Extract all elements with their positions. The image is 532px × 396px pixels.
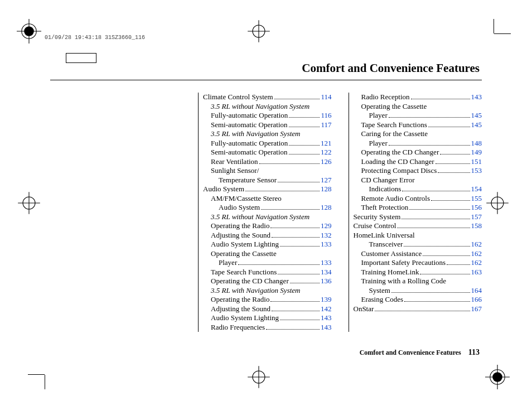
toc-page-link[interactable]: 134 [321,268,332,277]
toc-label: Player [369,111,388,120]
toc-page-link[interactable]: 158 [471,221,482,231]
toc-entry[interactable]: Audio System Lighting133 [203,240,332,249]
toc-entry[interactable]: Loading the CD Changer151 [354,157,482,167]
toc-page-link[interactable]: 128 [321,203,332,213]
toc-entry[interactable]: Operating the Radio129 [203,221,332,231]
toc-page-link[interactable]: 117 [321,120,331,130]
toc-page-link[interactable]: 145 [471,120,482,130]
leader-dots [272,237,320,238]
toc-entry: 3.5 RL with Navigation System [203,286,332,296]
toc-entry[interactable]: Cruise Control158 [354,221,482,231]
toc-page-link[interactable]: 151 [471,157,482,167]
toc-page-link[interactable]: 126 [321,157,332,167]
toc-page-link[interactable]: 162 [471,240,482,249]
toc-entry[interactable]: Training HomeLink163 [354,268,482,277]
toc-label: 3.5 RL with Navigation System [211,286,300,296]
toc-entry[interactable]: Important Safety Precautions162 [354,258,482,268]
toc-page-link[interactable]: 166 [471,295,482,305]
toc-page-link[interactable]: 162 [471,258,482,268]
toc-entry[interactable]: Fully-automatic Operation116 [203,111,332,120]
toc-entry[interactable]: OnStar167 [354,305,482,314]
toc-label: Sunlight Sensor/ [211,166,259,176]
leader-dots [436,163,470,164]
toc-page-link[interactable]: 163 [471,268,482,277]
toc-page-link[interactable]: 133 [321,258,332,268]
toc-entry[interactable]: Remote Audio Controls155 [354,194,482,204]
toc-entry: Caring for the Cassette [354,129,482,139]
leader-dots [423,255,470,256]
toc-page-link[interactable]: 132 [321,231,332,240]
toc-page-link[interactable]: 164 [471,286,482,296]
toc-entry[interactable]: Player148 [354,139,482,148]
toc-page-link[interactable]: 122 [321,148,332,157]
toc-label: Audio System [203,185,244,194]
toc-label: Operating the Cassette [211,249,277,259]
toc-entry[interactable]: Theft Protection156 [354,203,482,213]
toc-page-link[interactable]: 139 [321,295,332,305]
toc-entry[interactable]: Audio System128 [203,203,332,213]
toc-page-link[interactable]: 128 [321,185,332,194]
toc-page-link[interactable]: 114 [321,93,331,102]
toc-page-link[interactable]: 154 [471,185,482,194]
toc-entry[interactable]: Protecting Compact Discs153 [354,166,482,176]
toc-entry[interactable]: Fully-automatic Operation121 [203,139,332,148]
toc-page-link[interactable]: 116 [321,111,331,120]
leader-dots [278,182,320,182]
toc-entry[interactable]: Security System157 [354,213,482,222]
toc-page-link[interactable]: 149 [471,148,482,157]
toc-label: Radio Frequencies [211,323,265,332]
toc-entry[interactable]: Operating the CD Changer149 [354,148,482,157]
toc-page-link[interactable]: 143 [321,313,332,323]
leader-dots [278,274,320,274]
leader-dots [289,145,320,146]
toc-page-link[interactable]: 121 [321,139,332,148]
toc-entry[interactable]: Erasing Codes166 [354,295,482,305]
toc-page-link[interactable]: 155 [471,194,482,204]
toc-entry[interactable]: Tape Search Functions134 [203,268,332,277]
toc-entry[interactable]: Rear Ventilation126 [203,157,332,167]
toc-page-link[interactable]: 142 [321,305,332,314]
svg-point-17 [492,372,502,382]
toc-entry[interactable]: Tape Search Functions145 [354,120,482,130]
toc-page-link[interactable]: 157 [471,213,482,222]
toc-columns: Climate Control System1143.5 RL without … [198,93,482,332]
toc-page-link[interactable]: 129 [321,221,332,231]
toc-page-link[interactable]: 153 [471,166,482,176]
toc-page-link[interactable]: 162 [471,249,482,259]
toc-entry[interactable]: Transceiver162 [354,240,482,249]
toc-entry[interactable]: Adjusting the Sound142 [203,305,332,314]
toc-entry[interactable]: Audio System128 [203,185,332,194]
toc-entry[interactable]: Radio Reception143 [354,93,482,102]
toc-entry[interactable]: System164 [354,286,482,296]
toc-label: 3.5 RL with Navigation System [211,129,300,139]
toc-page-link[interactable]: 133 [321,240,332,249]
toc-label: Semi-automatic Operation [211,120,288,130]
toc-entry[interactable]: Climate Control System114 [203,93,332,102]
toc-entry[interactable]: Player133 [203,258,332,268]
toc-page-link[interactable]: 148 [471,139,482,148]
leader-dots [261,209,320,210]
toc-entry[interactable]: Player145 [354,111,482,120]
toc-entry[interactable]: Audio System Lighting143 [203,313,332,323]
toc-page-link[interactable]: 127 [321,176,332,185]
toc-label: Important Safety Precautions [361,258,446,268]
toc-entry[interactable]: Operating the CD Changer136 [203,277,332,286]
toc-entry[interactable]: Operating the Radio139 [203,295,332,305]
toc-entry[interactable]: Customer Assistance162 [354,249,482,259]
toc-label: Operating the CD Changer [361,148,439,157]
toc-entry[interactable]: Indications154 [354,185,482,194]
toc-entry[interactable]: Semi-automatic Operation117 [203,120,332,130]
leader-dots [404,301,470,302]
toc-entry[interactable]: Semi-automatic Operation122 [203,148,332,157]
toc-entry: HomeLink Universal [354,231,482,240]
toc-page-link[interactable]: 143 [321,323,332,332]
toc-page-link[interactable]: 156 [471,203,482,213]
toc-page-link[interactable]: 136 [321,277,332,286]
toc-entry[interactable]: Radio Frequencies143 [203,323,332,332]
toc-entry[interactable]: Temperature Sensor127 [203,176,332,185]
svg-point-7 [23,197,35,209]
toc-page-link[interactable]: 145 [471,111,482,120]
toc-page-link[interactable]: 167 [471,305,482,314]
toc-page-link[interactable]: 143 [471,93,482,102]
toc-entry[interactable]: Adjusting the Sound132 [203,231,332,240]
